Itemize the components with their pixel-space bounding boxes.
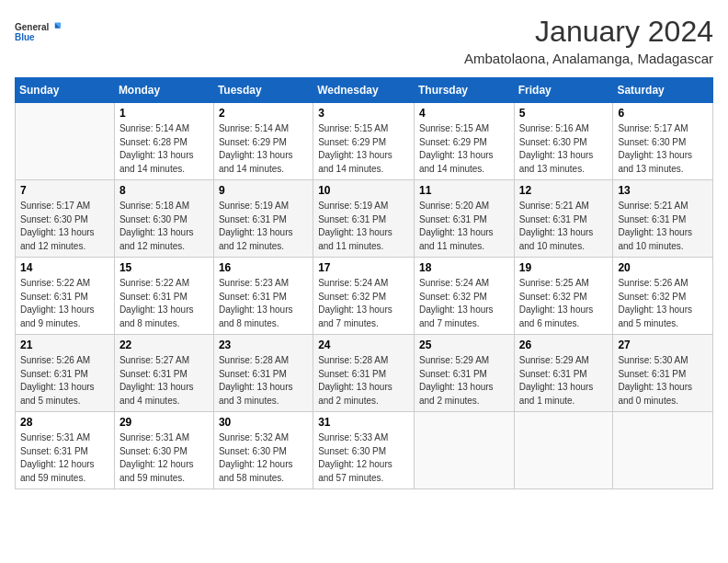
calendar-cell: 8Sunrise: 5:18 AM Sunset: 6:30 PM Daylig… xyxy=(114,180,213,258)
day-info: Sunrise: 5:28 AM Sunset: 6:31 PM Dayligh… xyxy=(318,354,409,408)
calendar-cell: 20Sunrise: 5:26 AM Sunset: 6:32 PM Dayli… xyxy=(613,258,713,335)
day-number: 14 xyxy=(20,261,109,274)
day-info: Sunrise: 5:32 AM Sunset: 6:30 PM Dayligh… xyxy=(219,431,308,485)
svg-text:General: General xyxy=(15,22,49,32)
calendar-cell xyxy=(414,412,514,489)
calendar-cell: 13Sunrise: 5:21 AM Sunset: 6:31 PM Dayli… xyxy=(613,180,713,258)
day-number: 22 xyxy=(119,339,209,351)
day-info: Sunrise: 5:29 AM Sunset: 6:31 PM Dayligh… xyxy=(419,354,509,408)
day-info: Sunrise: 5:18 AM Sunset: 6:30 PM Dayligh… xyxy=(119,200,209,253)
day-number: 25 xyxy=(419,339,509,351)
calendar-cell: 10Sunrise: 5:19 AM Sunset: 6:31 PM Dayli… xyxy=(313,180,415,258)
day-info: Sunrise: 5:20 AM Sunset: 6:31 PM Dayligh… xyxy=(419,200,509,253)
day-number: 6 xyxy=(618,107,708,120)
day-info: Sunrise: 5:17 AM Sunset: 6:30 PM Dayligh… xyxy=(618,122,708,176)
day-info: Sunrise: 5:31 AM Sunset: 6:30 PM Dayligh… xyxy=(119,431,209,485)
day-info: Sunrise: 5:30 AM Sunset: 6:31 PM Dayligh… xyxy=(618,354,708,408)
day-info: Sunrise: 5:21 AM Sunset: 6:31 PM Dayligh… xyxy=(519,200,609,253)
day-number: 15 xyxy=(119,261,209,274)
calendar-cell: 9Sunrise: 5:19 AM Sunset: 6:31 PM Daylig… xyxy=(213,180,313,258)
day-info: Sunrise: 5:25 AM Sunset: 6:32 PM Dayligh… xyxy=(519,277,609,330)
day-info: Sunrise: 5:27 AM Sunset: 6:31 PM Dayligh… xyxy=(119,354,209,408)
day-info: Sunrise: 5:14 AM Sunset: 6:28 PM Dayligh… xyxy=(119,122,209,176)
calendar-cell: 30Sunrise: 5:32 AM Sunset: 6:30 PM Dayli… xyxy=(213,412,313,489)
header-row: SundayMondayTuesdayWednesdayThursdayFrid… xyxy=(16,78,713,103)
logo-svg: General Blue xyxy=(15,15,61,50)
day-info: Sunrise: 5:24 AM Sunset: 6:32 PM Dayligh… xyxy=(419,277,509,330)
day-info: Sunrise: 5:19 AM Sunset: 6:31 PM Dayligh… xyxy=(219,200,308,253)
header-day-saturday: Saturday xyxy=(613,78,713,103)
day-number: 5 xyxy=(519,107,609,120)
day-info: Sunrise: 5:23 AM Sunset: 6:31 PM Dayligh… xyxy=(219,277,308,330)
calendar-cell: 28Sunrise: 5:31 AM Sunset: 6:31 PM Dayli… xyxy=(16,412,115,489)
title-block: January 2024 Ambatolaona, Analamanga, Ma… xyxy=(464,15,713,66)
day-number: 27 xyxy=(618,339,708,351)
calendar-cell: 17Sunrise: 5:24 AM Sunset: 6:32 PM Dayli… xyxy=(313,258,415,335)
day-number: 1 xyxy=(119,107,209,120)
header-day-wednesday: Wednesday xyxy=(313,78,415,103)
day-number: 2 xyxy=(219,107,308,120)
calendar-cell: 18Sunrise: 5:24 AM Sunset: 6:32 PM Dayli… xyxy=(414,258,514,335)
calendar-cell xyxy=(613,412,713,489)
day-number: 19 xyxy=(519,261,609,274)
day-info: Sunrise: 5:26 AM Sunset: 6:31 PM Dayligh… xyxy=(20,354,109,408)
calendar-cell: 26Sunrise: 5:29 AM Sunset: 6:31 PM Dayli… xyxy=(514,335,613,412)
calendar-cell: 11Sunrise: 5:20 AM Sunset: 6:31 PM Dayli… xyxy=(414,180,514,258)
header-day-friday: Friday xyxy=(514,78,613,103)
calendar-cell: 4Sunrise: 5:15 AM Sunset: 6:29 PM Daylig… xyxy=(414,103,514,180)
day-number: 8 xyxy=(119,184,209,197)
location: Ambatolaona, Analamanga, Madagascar xyxy=(464,51,713,66)
day-number: 3 xyxy=(318,107,409,120)
header-day-tuesday: Tuesday xyxy=(213,78,313,103)
day-number: 16 xyxy=(219,261,308,274)
day-info: Sunrise: 5:22 AM Sunset: 6:31 PM Dayligh… xyxy=(20,277,109,330)
day-number: 7 xyxy=(20,184,109,197)
day-info: Sunrise: 5:22 AM Sunset: 6:31 PM Dayligh… xyxy=(119,277,209,330)
day-number: 12 xyxy=(519,184,609,197)
day-info: Sunrise: 5:14 AM Sunset: 6:29 PM Dayligh… xyxy=(219,122,308,176)
day-info: Sunrise: 5:31 AM Sunset: 6:31 PM Dayligh… xyxy=(20,431,109,485)
logo: General Blue xyxy=(15,15,61,50)
day-info: Sunrise: 5:17 AM Sunset: 6:30 PM Dayligh… xyxy=(20,200,109,253)
day-number: 17 xyxy=(318,261,409,274)
day-number: 26 xyxy=(519,339,609,351)
calendar-cell: 23Sunrise: 5:28 AM Sunset: 6:31 PM Dayli… xyxy=(213,335,313,412)
day-number: 20 xyxy=(618,261,708,274)
day-number: 24 xyxy=(318,339,409,351)
svg-text:Blue: Blue xyxy=(15,32,35,42)
day-number: 10 xyxy=(318,184,409,197)
calendar-cell: 25Sunrise: 5:29 AM Sunset: 6:31 PM Dayli… xyxy=(414,335,514,412)
day-number: 18 xyxy=(419,261,509,274)
week-row-2: 7Sunrise: 5:17 AM Sunset: 6:30 PM Daylig… xyxy=(16,180,713,258)
day-number: 29 xyxy=(119,416,209,429)
day-info: Sunrise: 5:28 AM Sunset: 6:31 PM Dayligh… xyxy=(219,354,308,408)
calendar-cell: 21Sunrise: 5:26 AM Sunset: 6:31 PM Dayli… xyxy=(16,335,115,412)
day-info: Sunrise: 5:33 AM Sunset: 6:30 PM Dayligh… xyxy=(318,431,409,485)
week-row-3: 14Sunrise: 5:22 AM Sunset: 6:31 PM Dayli… xyxy=(16,258,713,335)
calendar-cell: 7Sunrise: 5:17 AM Sunset: 6:30 PM Daylig… xyxy=(16,180,115,258)
day-number: 23 xyxy=(219,339,308,351)
calendar-cell: 1Sunrise: 5:14 AM Sunset: 6:28 PM Daylig… xyxy=(114,103,213,180)
calendar-cell: 22Sunrise: 5:27 AM Sunset: 6:31 PM Dayli… xyxy=(114,335,213,412)
calendar-cell: 6Sunrise: 5:17 AM Sunset: 6:30 PM Daylig… xyxy=(613,103,713,180)
header-day-monday: Monday xyxy=(114,78,213,103)
day-info: Sunrise: 5:16 AM Sunset: 6:30 PM Dayligh… xyxy=(519,122,609,176)
day-number: 28 xyxy=(20,416,109,429)
calendar-cell: 15Sunrise: 5:22 AM Sunset: 6:31 PM Dayli… xyxy=(114,258,213,335)
calendar-cell: 12Sunrise: 5:21 AM Sunset: 6:31 PM Dayli… xyxy=(514,180,613,258)
week-row-4: 21Sunrise: 5:26 AM Sunset: 6:31 PM Dayli… xyxy=(16,335,713,412)
day-info: Sunrise: 5:15 AM Sunset: 6:29 PM Dayligh… xyxy=(419,122,509,176)
day-number: 31 xyxy=(318,416,409,429)
calendar-cell: 31Sunrise: 5:33 AM Sunset: 6:30 PM Dayli… xyxy=(313,412,415,489)
day-info: Sunrise: 5:19 AM Sunset: 6:31 PM Dayligh… xyxy=(318,200,409,253)
day-number: 4 xyxy=(419,107,509,120)
calendar-cell xyxy=(514,412,613,489)
calendar-cell: 24Sunrise: 5:28 AM Sunset: 6:31 PM Dayli… xyxy=(313,335,415,412)
day-info: Sunrise: 5:21 AM Sunset: 6:31 PM Dayligh… xyxy=(618,200,708,253)
calendar-cell: 27Sunrise: 5:30 AM Sunset: 6:31 PM Dayli… xyxy=(613,335,713,412)
day-number: 11 xyxy=(419,184,509,197)
calendar-cell: 29Sunrise: 5:31 AM Sunset: 6:30 PM Dayli… xyxy=(114,412,213,489)
calendar-cell: 2Sunrise: 5:14 AM Sunset: 6:29 PM Daylig… xyxy=(213,103,313,180)
day-info: Sunrise: 5:26 AM Sunset: 6:32 PM Dayligh… xyxy=(618,277,708,330)
day-info: Sunrise: 5:24 AM Sunset: 6:32 PM Dayligh… xyxy=(318,277,409,330)
